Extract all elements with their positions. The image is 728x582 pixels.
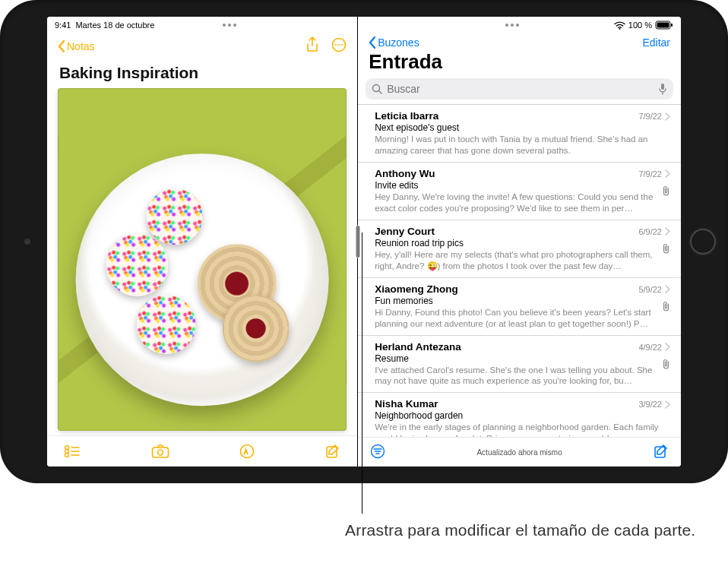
notes-pane: 9:41 Martes 18 de octubre Notas xyxy=(47,17,357,467)
svg-point-8 xyxy=(157,450,163,455)
svg-point-11 xyxy=(619,28,620,30)
wifi-icon xyxy=(614,21,625,30)
mail-navbar: Buzones Editar xyxy=(358,32,681,50)
mic-icon[interactable] xyxy=(658,83,667,95)
mail-pane: 100 % Buzones Editar Entrada xyxy=(358,17,681,467)
share-icon[interactable] xyxy=(305,36,319,56)
mail-date: 7/9/22 xyxy=(638,169,662,179)
mail-back-button[interactable]: Buzones xyxy=(369,36,419,49)
mail-preview: I've attached Carol's resume. She's the … xyxy=(375,365,670,387)
chevron-right-icon xyxy=(665,169,670,178)
notes-back-button[interactable]: Notas xyxy=(58,40,95,52)
more-icon[interactable] xyxy=(331,37,347,55)
mail-sender: Anthony Wu xyxy=(375,168,435,179)
mail-subject: Neighborhood garden xyxy=(375,410,670,421)
mail-preview: Hi Danny, Found this photo! Can you beli… xyxy=(375,307,670,330)
status-time: 9:41 xyxy=(55,21,71,30)
cookie xyxy=(223,295,290,362)
mail-row[interactable]: Xiaomeng Zhong 5/9/22 Fun memories Hi Da… xyxy=(358,278,681,336)
screen: 9:41 Martes 18 de octubre Notas xyxy=(47,17,681,467)
note-title: Baking Inspiration xyxy=(47,61,357,88)
mail-sender: Xiaomeng Zhong xyxy=(375,283,458,295)
svg-point-5 xyxy=(65,450,69,454)
battery-full-icon xyxy=(655,21,673,30)
attachment-icon xyxy=(662,185,670,198)
mail-sender: Herland Antezana xyxy=(375,341,461,353)
attachment-icon xyxy=(662,301,670,314)
note-photo[interactable] xyxy=(58,88,347,431)
compose-icon[interactable] xyxy=(325,444,340,459)
multitask-dots-icon[interactable] xyxy=(220,24,239,27)
svg-rect-13 xyxy=(657,23,669,28)
chevron-right-icon xyxy=(665,285,670,293)
svg-point-2 xyxy=(338,44,340,46)
cookie xyxy=(106,234,169,296)
notes-toolbar xyxy=(47,435,357,467)
svg-point-15 xyxy=(373,85,380,92)
mail-preview: We're in the early stages of planning a … xyxy=(375,422,670,437)
mail-list[interactable]: Leticia Ibarra 7/9/22 Next episode's gue… xyxy=(358,104,681,437)
camera-dot xyxy=(24,239,30,245)
mail-updated-label: Actualizado ahora mismo xyxy=(385,448,654,457)
cookie xyxy=(137,295,196,354)
mail-subject: Reunion road trip pics xyxy=(375,238,670,248)
callout-text: Arrastra para modificar el tamaño de cad… xyxy=(345,520,695,540)
notes-navbar: Notas xyxy=(47,32,357,61)
ipad-frame: 9:41 Martes 18 de octubre Notas xyxy=(0,0,728,483)
status-bar-left: 9:41 Martes 18 de octubre xyxy=(47,17,357,32)
mail-date: 6/9/22 xyxy=(638,227,662,236)
camera-icon[interactable] xyxy=(151,444,169,458)
mail-sender: Nisha Kumar xyxy=(375,398,438,410)
callout-line xyxy=(362,232,362,514)
note-body[interactable] xyxy=(47,88,357,435)
mail-preview: Hey, y'all! Here are my selects (that's … xyxy=(375,249,670,272)
mail-title: Entrada xyxy=(358,50,681,78)
mail-date: 3/9/22 xyxy=(638,400,662,409)
filter-icon[interactable] xyxy=(370,444,385,460)
mail-row[interactable]: Nisha Kumar 3/9/22 Neighborhood garden W… xyxy=(358,393,681,437)
mail-sender: Jenny Court xyxy=(375,226,435,237)
checklist-icon[interactable] xyxy=(64,444,81,458)
chevron-right-icon xyxy=(665,112,670,121)
chevron-right-icon xyxy=(665,400,670,409)
svg-rect-7 xyxy=(152,448,168,457)
svg-point-1 xyxy=(335,44,337,46)
mail-preview: Morning! I was put in touch with Tania b… xyxy=(375,134,670,157)
mail-preview: Hey Danny, We're loving the invite! A fe… xyxy=(375,191,670,214)
cookie xyxy=(147,188,203,245)
markup-icon[interactable] xyxy=(239,444,255,459)
status-date: Martes 18 de octubre xyxy=(75,21,154,30)
mail-toolbar: Actualizado ahora mismo xyxy=(358,437,681,467)
mail-subject: Fun memories xyxy=(375,296,670,306)
notes-back-label: Notas xyxy=(67,40,95,52)
svg-rect-16 xyxy=(661,84,664,90)
svg-point-4 xyxy=(65,446,69,450)
split-handle[interactable] xyxy=(356,226,359,258)
home-button[interactable] xyxy=(690,229,716,255)
mail-date: 4/9/22 xyxy=(638,343,662,352)
mail-subject: Resume xyxy=(375,353,670,364)
mail-subject: Next episode's guest xyxy=(375,122,670,133)
attachment-icon xyxy=(662,243,670,256)
svg-point-6 xyxy=(65,454,69,457)
mail-row[interactable]: Anthony Wu 7/9/22 Invite edits Hey Danny… xyxy=(358,163,681,220)
search-field[interactable] xyxy=(366,78,673,100)
compose-mail-icon[interactable] xyxy=(654,444,669,460)
svg-point-3 xyxy=(341,44,343,46)
attachment-icon xyxy=(662,359,670,372)
mail-row[interactable]: Jenny Court 6/9/22 Reunion road trip pic… xyxy=(358,220,681,278)
multitask-dots-icon[interactable] xyxy=(503,24,521,27)
mail-date: 5/9/22 xyxy=(638,285,662,294)
search-input[interactable] xyxy=(387,83,654,95)
mail-row[interactable]: Leticia Ibarra 7/9/22 Next episode's gue… xyxy=(358,105,681,163)
chevron-right-icon xyxy=(665,227,670,236)
mail-back-label: Buzones xyxy=(378,36,419,49)
mail-row[interactable]: Herland Antezana 4/9/22 Resume I've atta… xyxy=(358,336,681,394)
mail-date: 7/9/22 xyxy=(638,112,662,121)
mail-sender: Leticia Ibarra xyxy=(375,110,438,122)
search-icon xyxy=(372,84,382,94)
svg-rect-14 xyxy=(671,24,673,27)
chevron-right-icon xyxy=(665,343,670,351)
mail-edit-button[interactable]: Editar xyxy=(642,36,670,49)
chevron-left-icon xyxy=(369,36,376,49)
